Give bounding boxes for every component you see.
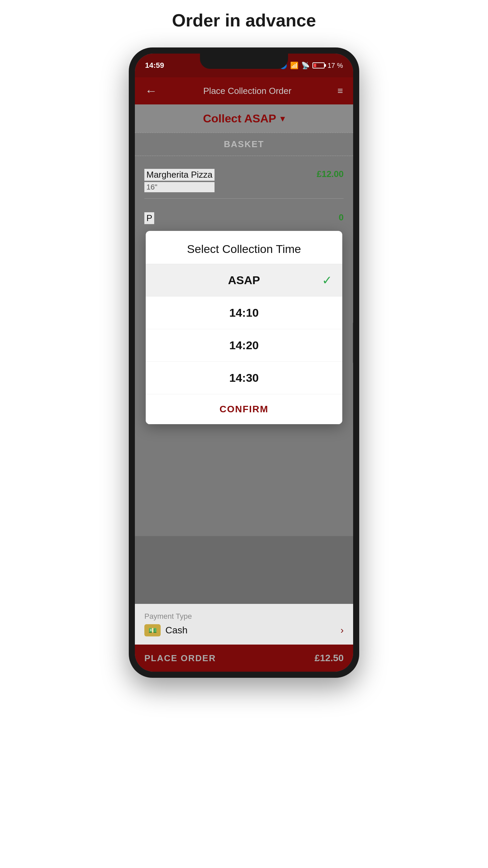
basket-label: BASKET [224,139,264,149]
item-size: 16" [144,182,215,192]
place-order-bar[interactable]: PLACE ORDER £12.50 [135,645,353,672]
cash-icon: 💵 [144,624,161,636]
notch [200,54,288,69]
page-title: Order in advance [172,10,316,31]
select-collection-time-modal: Select Collection Time ASAP ✓ 14:10 14:2… [146,231,342,424]
time-option-1410[interactable]: 14:10 [146,297,342,329]
back-button[interactable]: ← [145,84,157,98]
scrollbar [353,322,353,363]
collect-asap-button[interactable]: Collect ASAP ▾ [203,112,285,125]
table-row: Margherita Pizza 16" £12.00 [144,163,344,199]
time-option-1410-label: 14:10 [229,306,259,319]
phone-screen: 14:59 🔵 📶 📡 17 % ← Place Collection Orde… [135,54,353,672]
status-bar: 14:59 🔵 📶 📡 17 % [135,54,353,77]
item-price: £12.00 [317,169,344,179]
place-order-label: PLACE ORDER [144,653,216,664]
time-option-asap-label: ASAP [228,274,260,287]
time-option-1420-label: 14:20 [229,339,259,352]
payment-section: Payment Type 💵 Cash › [135,604,353,645]
app-header: ← Place Collection Order ≡ [135,77,353,104]
modal-title: Select Collection Time [146,231,342,264]
item-name: Margherita Pizza [144,169,215,181]
partial-item-price: 0 [339,212,344,224]
confirm-button[interactable]: CONFIRM [146,394,342,424]
wifi-icon: 📡 [301,61,310,70]
battery-percent: 17 % [327,62,343,70]
time-option-1430-label: 14:30 [229,371,259,384]
check-icon: ✓ [322,273,332,288]
payment-left: 💵 Cash [144,624,187,636]
payment-type-label: Payment Type [144,612,344,621]
menu-button[interactable]: ≡ [338,85,343,96]
basket-header: BASKET [135,133,353,156]
status-icons: 🔵 📶 📡 17 % [279,61,343,70]
collect-bar: Collect ASAP ▾ [135,104,353,133]
battery-icon [312,62,325,68]
place-order-price: £12.50 [314,653,344,664]
item-info: Margherita Pizza 16" [144,169,215,192]
status-time: 14:59 [145,61,164,70]
phone-frame: 14:59 🔵 📶 📡 17 % ← Place Collection Orde… [129,47,359,678]
header-title: Place Collection Order [203,86,291,96]
signal-icon: 📶 [290,61,299,70]
time-option-asap[interactable]: ASAP ✓ [146,264,342,297]
collect-chevron-icon: ▾ [280,113,285,124]
payment-row[interactable]: 💵 Cash › [144,624,344,636]
payment-chevron-icon: › [341,625,344,636]
collect-asap-text: Collect ASAP [203,112,276,125]
order-section: Margherita Pizza 16" £12.00 [135,156,353,205]
time-option-1430[interactable]: 14:30 [146,362,342,394]
payment-type-value: Cash [165,625,187,636]
time-option-1420[interactable]: 14:20 [146,329,342,362]
partial-item-name: P [144,212,154,224]
modal-overlay: Select Collection Time ASAP ✓ 14:10 14:2… [135,231,353,536]
partial-order-item: P 0 [135,205,353,231]
